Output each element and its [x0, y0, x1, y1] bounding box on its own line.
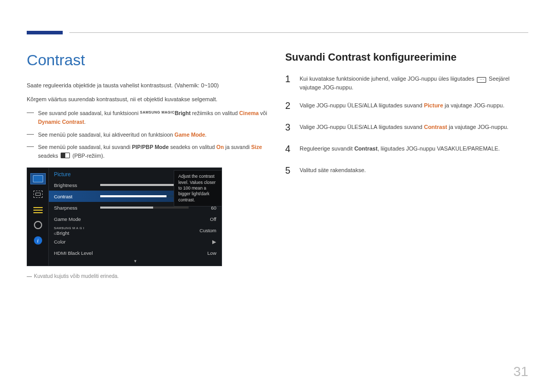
- osd-panel: i Picture Brightness 100 Contrast 75: [27, 167, 222, 266]
- magic-label: SAMSUNG MAGIC: [140, 110, 175, 114]
- osd-tab-picture[interactable]: [30, 173, 46, 184]
- osd-tab-info[interactable]: i: [30, 235, 46, 246]
- note-pip-pbp: See menüü pole saadaval, kui suvandi PIP…: [27, 143, 270, 160]
- chevron-down-icon: ▾: [49, 258, 221, 266]
- right-column: Suvandi Contrast konfigureerimine 1 Kui …: [285, 51, 528, 279]
- osd-tab-options[interactable]: [30, 204, 46, 215]
- menu-icon: [477, 77, 486, 83]
- osd-tooltip: Adjust the contrast level. Values closer…: [174, 170, 222, 207]
- chevron-right-icon: ▶: [194, 239, 216, 245]
- bars-icon: [33, 206, 43, 213]
- osd-row-hdmi[interactable]: HDMI Black Level Low: [49, 247, 221, 258]
- top-rule: [69, 32, 528, 33]
- step-2: 2 Valige JOG-nuppu ÜLES/ALLA liigutades …: [285, 99, 528, 114]
- section-title: Contrast: [27, 51, 270, 69]
- osd-tab-settings[interactable]: [30, 219, 46, 231]
- pbp-icon: [61, 153, 70, 158]
- osd-footnote: Kuvatud kujutis võib mudeliti erineda.: [27, 273, 270, 279]
- osd-main: Picture Brightness 100 Contrast 75: [49, 168, 221, 266]
- step-5: 5 Valitud säte rakendatakse.: [285, 164, 528, 178]
- left-column: Contrast Saate reguleerida objektide ja …: [27, 51, 270, 279]
- step-1: 1 Kui kuvatakse funktsioonide juhend, va…: [285, 72, 528, 92]
- osd-sidebar: i: [27, 168, 49, 266]
- intro-paragraph-2: Kõrgem väärtus suurendab kontrastsust, n…: [27, 95, 270, 104]
- steps-list: 1 Kui kuvatakse funktsioonide juhend, va…: [285, 72, 528, 178]
- osd-row-gamemode[interactable]: Game Mode Off: [49, 213, 221, 225]
- page: Contrast Saate reguleerida objektide ja …: [0, 0, 555, 392]
- osd-row-magicbright[interactable]: SAMSUNG M A G I CBright Custom: [49, 225, 221, 236]
- page-number: 31: [513, 364, 528, 380]
- info-icon: i: [34, 236, 42, 245]
- notes-list: See suvand pole saadaval, kui funktsioon…: [27, 109, 270, 160]
- monitor-icon: [33, 175, 43, 182]
- slider-sharpness: [100, 207, 189, 209]
- chapter-mark: [27, 31, 63, 34]
- intro-paragraph-1: Saate reguleerida objektide ja tausta va…: [27, 81, 270, 90]
- gear-icon: [34, 221, 42, 229]
- note-magicbright: See suvand pole saadaval, kui funktsioon…: [27, 109, 270, 126]
- columns: Contrast Saate reguleerida objektide ja …: [27, 51, 528, 279]
- frame-icon: [33, 191, 43, 198]
- note-gamemode: See menüü pole saadaval, kui aktiveeritu…: [27, 130, 270, 139]
- osd-row-color[interactable]: Color ▶: [49, 236, 221, 247]
- step-3: 3 Valige JOG-nuppu ÜLES/ALLA liigutades …: [285, 121, 528, 135]
- step-4: 4 Reguleerige suvandit Contrast, liiguta…: [285, 142, 528, 157]
- osd-tab-frame[interactable]: [30, 189, 46, 200]
- configure-title: Suvandi Contrast konfigureerimine: [285, 51, 528, 63]
